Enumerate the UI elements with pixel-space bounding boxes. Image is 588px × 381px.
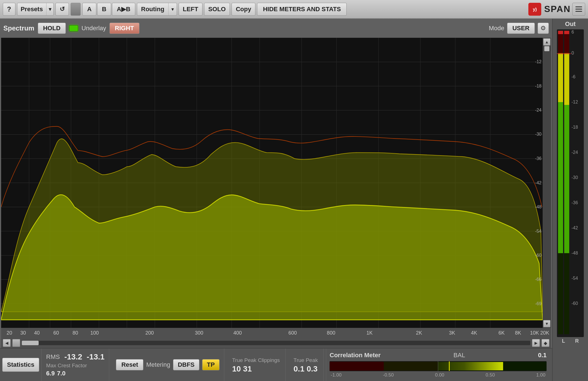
hamburger-line bbox=[575, 6, 582, 7]
right-button[interactable]: RIGHT bbox=[109, 23, 139, 34]
ab-button[interactable]: A▶B bbox=[112, 3, 135, 16]
routing-arrow-button[interactable]: ▾ bbox=[169, 3, 177, 15]
vu-meter-svg: 6 0 -6 -12 -18 -24 -30 -36 -42 -48 -54 -… bbox=[557, 29, 584, 337]
freq-400: 400 bbox=[233, 330, 242, 336]
corr-scale-000: 0.00 bbox=[435, 372, 444, 378]
correlation-section: Correlation Meter BAL 0.1 bbox=[326, 349, 550, 381]
underlay-label: Underlay bbox=[81, 25, 106, 32]
scroll-right-button[interactable]: ▶ bbox=[532, 339, 540, 347]
scroll-down-button[interactable]: ▼ bbox=[543, 320, 550, 327]
copy-button[interactable]: Copy bbox=[232, 3, 255, 16]
solo-button[interactable]: SOLO bbox=[204, 3, 230, 16]
toolbar: ? Presets ▾ ↺ A B A▶B Routing ▾ LEFT SOL… bbox=[0, 0, 588, 19]
mode-area: Mode USER ⚙ bbox=[489, 23, 549, 34]
correlation-scale: -1.00 -0.50 0.00 0.50 1.00 bbox=[330, 372, 547, 378]
freq-300: 300 bbox=[195, 330, 203, 336]
gear-button[interactable]: ⚙ bbox=[538, 23, 549, 34]
green-led[interactable] bbox=[69, 25, 78, 31]
logo-area: y) SPAN bbox=[528, 3, 571, 16]
spectrum-header: Spectrum HOLD Underlay RIGHT Mode USER ⚙ bbox=[0, 19, 552, 38]
rms-label: RMS bbox=[46, 353, 60, 361]
corr-scale-n050: -0.50 bbox=[383, 372, 394, 378]
correlation-meter-bar[interactable] bbox=[330, 361, 547, 371]
freq-200: 200 bbox=[145, 330, 154, 336]
left-button[interactable]: LEFT bbox=[179, 3, 202, 16]
svg-text:-18: -18 bbox=[571, 125, 578, 130]
max-crest-label: Max Crest Factor bbox=[46, 363, 87, 369]
presets-arrow-button[interactable]: ▾ bbox=[46, 3, 53, 15]
a-button[interactable]: A bbox=[82, 3, 96, 16]
svg-rect-30 bbox=[330, 362, 384, 371]
tp-label: True Peak bbox=[293, 357, 318, 363]
max-crest-right: 7.0 bbox=[57, 370, 66, 377]
main-content: Spectrum HOLD Underlay RIGHT Mode USER ⚙ bbox=[0, 19, 588, 381]
true-peak-clippings-section: True Peak Clippings 10 31 bbox=[227, 349, 286, 381]
hamburger-line bbox=[575, 9, 582, 10]
corr-scale-p050: 0.50 bbox=[486, 372, 495, 378]
reset-button[interactable]: Reset bbox=[116, 359, 143, 370]
routing-button[interactable]: Routing bbox=[137, 3, 169, 15]
vu-r-label: R bbox=[575, 338, 579, 344]
freq-axis: 20 30 40 60 80 100 200 300 400 600 800 1… bbox=[1, 328, 551, 338]
tpc-label-row: True Peak Clippings bbox=[232, 357, 280, 363]
freq-100: 100 bbox=[90, 330, 99, 336]
logo-icon: y) bbox=[528, 3, 541, 16]
freq-40: 40 bbox=[34, 330, 40, 336]
scroll-thumb[interactable] bbox=[544, 46, 549, 51]
user-mode-button[interactable]: USER bbox=[507, 23, 535, 34]
presets-button[interactable]: Presets bbox=[17, 3, 47, 15]
tp-button[interactable]: TP bbox=[202, 359, 220, 370]
svg-text:-36: -36 bbox=[571, 200, 578, 205]
svg-rect-55 bbox=[558, 102, 563, 253]
scroll-h-thumb[interactable] bbox=[22, 341, 39, 345]
correlation-meter-svg bbox=[330, 361, 547, 371]
svg-text:-12: -12 bbox=[571, 100, 578, 104]
color-swatch-button[interactable] bbox=[71, 3, 81, 16]
rms-row: RMS -13.2 -13.1 bbox=[46, 352, 105, 361]
help-button[interactable]: ? bbox=[3, 3, 15, 16]
max-crest-left: 6.9 bbox=[46, 370, 55, 377]
hide-meters-button[interactable]: HIDE METERS AND STATS bbox=[257, 3, 347, 16]
tpc-values-row: 10 31 bbox=[232, 364, 280, 373]
b-button[interactable]: B bbox=[97, 3, 111, 16]
freq-3k: 3K bbox=[449, 330, 455, 336]
scroll-up-button[interactable]: ▲ bbox=[543, 38, 550, 46]
center-stats: Reset Metering DBFS TP bbox=[111, 349, 224, 381]
freq-80: 80 bbox=[73, 330, 78, 336]
svg-text:-30: -30 bbox=[571, 175, 578, 180]
freq-20: 20 bbox=[6, 330, 12, 336]
ab-group: A B A▶B bbox=[82, 3, 135, 16]
svg-rect-51 bbox=[558, 31, 563, 34]
menu-button[interactable] bbox=[572, 3, 585, 16]
freq-60: 60 bbox=[53, 330, 59, 336]
dbfs-button[interactable]: DBFS bbox=[173, 359, 199, 370]
svg-rect-53 bbox=[558, 53, 563, 102]
presets-group: Presets ▾ bbox=[17, 3, 54, 16]
svg-rect-35 bbox=[449, 361, 450, 371]
tpc-right: 31 bbox=[243, 364, 252, 373]
svg-rect-60 bbox=[564, 53, 569, 105]
metering-label: Metering bbox=[146, 361, 170, 368]
hold-button[interactable]: HOLD bbox=[38, 23, 66, 34]
freq-10k: 10K bbox=[530, 330, 539, 336]
tp-label-row: True Peak bbox=[293, 357, 318, 363]
svg-text:-42: -42 bbox=[571, 225, 578, 230]
scroll-track[interactable] bbox=[22, 341, 530, 345]
correlation-header: Correlation Meter BAL 0.1 bbox=[330, 352, 547, 359]
freq-2k: 2K bbox=[416, 330, 422, 336]
freq-800: 800 bbox=[327, 330, 335, 336]
out-label: Out bbox=[565, 20, 576, 28]
freq-20k: 20K bbox=[540, 330, 549, 336]
diamond-button[interactable]: ◆ bbox=[542, 339, 549, 347]
spectrum-canvas[interactable]: -12 -18 -24 -30 -36 -42 -48 -54 -60 -66 … bbox=[1, 38, 551, 328]
scroll-left-button[interactable]: ◀ bbox=[3, 339, 11, 347]
scroll-left-thumb[interactable] bbox=[12, 339, 20, 347]
freq-1k: 1K bbox=[367, 330, 373, 336]
freq-600: 600 bbox=[288, 330, 297, 336]
vu-lr-labels: L R bbox=[557, 338, 584, 344]
bottom-scrollbar: ◀ ▶ ◆ bbox=[1, 338, 551, 348]
svg-rect-33 bbox=[438, 362, 503, 370]
statistics-title[interactable]: Statistics bbox=[2, 358, 39, 372]
reload-button[interactable]: ↺ bbox=[55, 3, 69, 16]
svg-rect-58 bbox=[564, 31, 569, 34]
